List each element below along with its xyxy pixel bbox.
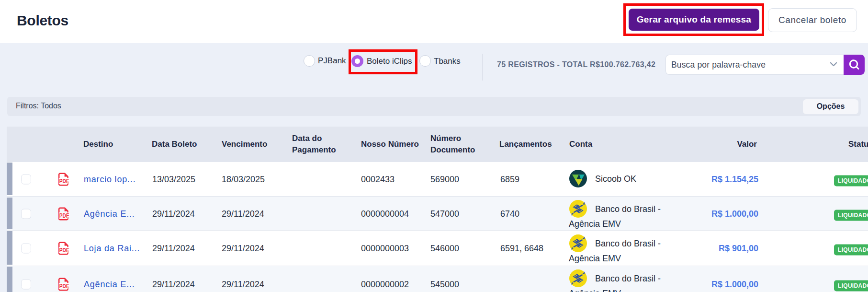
svg-text:PDF: PDF (59, 282, 69, 289)
svg-text:PDF: PDF (59, 177, 69, 184)
svg-text:PDF: PDF (59, 246, 69, 253)
svg-text:PDF: PDF (59, 211, 69, 219)
